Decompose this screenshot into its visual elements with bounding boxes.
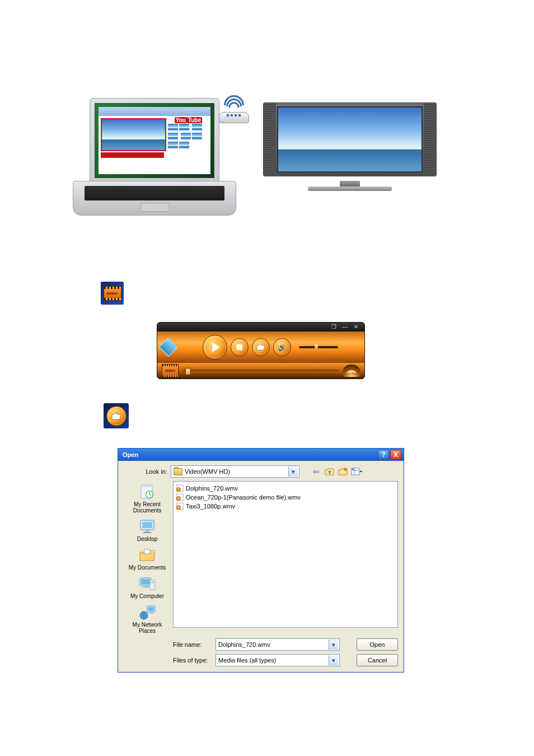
folder-icon xyxy=(174,468,182,475)
wmv-file-icon xyxy=(176,502,184,510)
media-player: ❐ — ✕ 🔊 VIDEO xyxy=(157,322,365,379)
files-of-type-combo[interactable]: Media files (all types) ▾ xyxy=(216,654,340,666)
views-button[interactable] xyxy=(351,466,362,477)
close-icon[interactable]: ✕ xyxy=(352,324,360,330)
volume-slider[interactable] xyxy=(299,346,338,348)
open-button[interactable]: Open xyxy=(357,638,398,651)
chevron-down-icon[interactable]: ▾ xyxy=(329,655,338,665)
svg-rect-13 xyxy=(145,530,149,532)
stop-icon xyxy=(237,344,242,350)
restore-icon[interactable]: ❐ xyxy=(330,324,338,330)
svg-rect-24 xyxy=(150,613,153,614)
file-name-label: File name: xyxy=(173,641,212,648)
open-file-button-2[interactable] xyxy=(106,406,127,426)
views-icon xyxy=(351,467,362,476)
my-computer-icon xyxy=(138,575,157,592)
tv-icon xyxy=(263,102,437,192)
mute-button[interactable]: 🔊 xyxy=(273,338,291,356)
svg-rect-14 xyxy=(143,532,151,533)
place-recent[interactable]: My Recent Documents xyxy=(124,482,170,515)
svg-rect-18 xyxy=(150,580,155,590)
chevron-down-icon[interactable]: ▾ xyxy=(329,640,338,650)
files-of-type-label: Files of type: xyxy=(173,657,212,664)
folder-open-icon xyxy=(256,344,265,351)
place-mydocs[interactable]: My Documents xyxy=(124,545,170,572)
svg-point-0 xyxy=(351,372,353,374)
open-dialog: Open ? X Look in: Video(WMV HD) ▾ ⇦ xyxy=(118,448,404,673)
svg-rect-15 xyxy=(144,549,150,554)
list-item[interactable]: Taxi3_1080p.wmv xyxy=(176,502,395,511)
dialog-titlebar: Open ? X xyxy=(118,449,404,461)
list-item[interactable]: Ocean_720p-1(Panasonic demo file).wmv xyxy=(176,493,395,502)
play-icon xyxy=(212,342,220,352)
svg-rect-8 xyxy=(352,469,354,470)
laptop-icon: YouTube xyxy=(73,98,235,216)
hero-diagram: YouTube xyxy=(73,87,437,218)
close-button[interactable]: X xyxy=(390,450,401,460)
my-documents-icon xyxy=(138,547,157,563)
chevron-down-icon[interactable]: ▾ xyxy=(288,466,298,477)
file-listing[interactable]: Dolphins_720.wmv Ocean_720p-1(Panasonic … xyxy=(173,481,398,628)
dialog-title: Open xyxy=(120,451,138,458)
wifi-indicator-icon xyxy=(343,365,360,377)
svg-rect-19 xyxy=(151,582,154,583)
svg-rect-20 xyxy=(143,586,149,588)
stop-button[interactable] xyxy=(231,338,249,356)
play-button[interactable] xyxy=(203,335,227,360)
my-network-icon xyxy=(138,604,157,620)
new-folder-button[interactable] xyxy=(338,466,349,477)
place-desktop[interactable]: Desktop xyxy=(124,517,170,543)
recent-docs-icon xyxy=(138,483,157,500)
svg-rect-17 xyxy=(141,579,150,585)
up-one-level-button[interactable] xyxy=(324,466,335,477)
svg-rect-12 xyxy=(142,522,152,528)
open-file-button[interactable] xyxy=(252,338,270,356)
folder-up-icon xyxy=(325,467,335,476)
svg-rect-23 xyxy=(148,607,154,611)
wmv-file-icon xyxy=(176,484,184,492)
speaker-icon: 🔊 xyxy=(278,344,286,351)
wmv-file-icon xyxy=(176,493,184,501)
wifi-router-icon xyxy=(216,95,252,123)
folder-open-icon xyxy=(111,412,121,420)
help-button[interactable]: ? xyxy=(378,450,389,460)
folder-new-icon xyxy=(338,467,348,476)
place-network[interactable]: My Network Places xyxy=(124,603,170,635)
list-item[interactable]: Dolphins_720.wmv xyxy=(176,484,395,493)
open-file-shortcut xyxy=(104,403,129,428)
app-logo-icon xyxy=(159,338,178,357)
video-mode-indicator: VIDEO xyxy=(162,364,179,377)
back-arrow-icon: ⇦ xyxy=(313,467,320,476)
look-in-label: Look in: xyxy=(124,468,167,475)
look-in-value: Video(WMV HD) xyxy=(185,468,286,475)
places-bar: My Recent Documents Desktop My Documents… xyxy=(124,481,171,635)
video-mode-icon: VIDEO xyxy=(101,282,124,305)
look-in-combo[interactable]: Video(WMV HD) ▾ xyxy=(171,465,299,478)
player-titlebar: ❐ — ✕ xyxy=(157,323,364,332)
place-mycomputer[interactable]: My Computer xyxy=(124,574,170,600)
youtube-logo: YouTube xyxy=(167,117,209,123)
back-button[interactable]: ⇦ xyxy=(311,466,322,477)
minimize-icon[interactable]: — xyxy=(341,324,349,330)
cancel-button[interactable]: Cancel xyxy=(357,654,398,666)
seek-bar[interactable] xyxy=(183,370,339,372)
file-name-field[interactable]: Dolphins_720.wmv ▾ xyxy=(216,638,340,651)
desktop-icon xyxy=(138,518,157,535)
